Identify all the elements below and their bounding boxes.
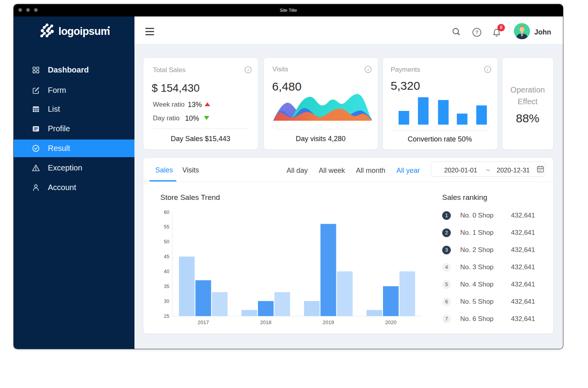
svg-text:2019: 2019 <box>323 319 334 325</box>
svg-text:35: 35 <box>164 284 169 289</box>
svg-text:45: 45 <box>164 254 169 259</box>
svg-text:2018: 2018 <box>260 319 272 325</box>
svg-text:40: 40 <box>164 269 169 274</box>
svg-text:i: i <box>247 67 249 72</box>
svg-text:i: i <box>487 67 488 72</box>
svg-text:?: ? <box>475 30 478 35</box>
svg-text:50: 50 <box>164 239 169 245</box>
svg-text:2020: 2020 <box>385 319 397 325</box>
svg-text:i: i <box>367 67 368 72</box>
svg-text:2017: 2017 <box>198 319 209 325</box>
svg-text:55: 55 <box>164 224 169 230</box>
svg-text:60: 60 <box>164 210 169 215</box>
svg-text:25: 25 <box>164 314 169 319</box>
svg-text:30: 30 <box>164 299 169 304</box>
